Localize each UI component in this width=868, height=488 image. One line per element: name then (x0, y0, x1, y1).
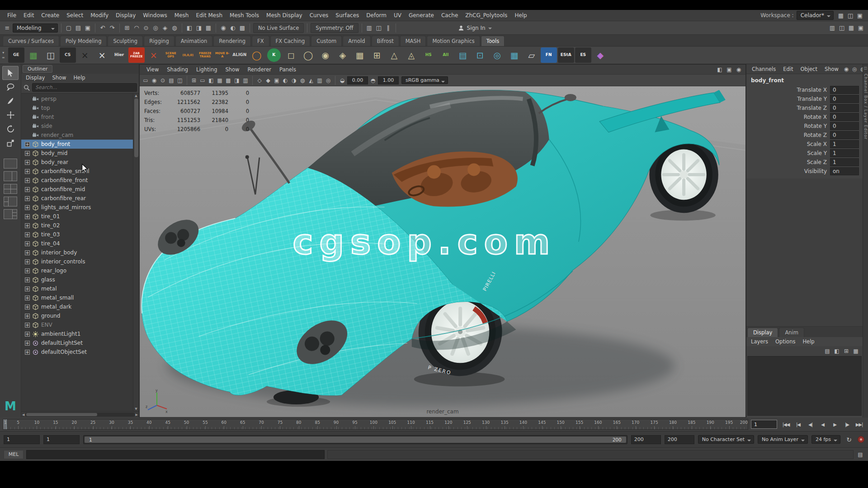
viewport-canvas[interactable]: Verts:608577113950Edges:1211562223820Fac… (140, 86, 745, 417)
expand-icon[interactable]: + (25, 232, 30, 237)
outliner-toggle-icon[interactable]: ◧ (716, 66, 724, 74)
expand-icon[interactable]: + (25, 341, 30, 346)
render-settings-icon[interactable]: ▩ (238, 23, 247, 33)
channel-value-rotate-x[interactable]: 0 (830, 113, 859, 121)
sidebar-tab-channel-box[interactable]: Channel Box / Layer Editor (863, 74, 868, 140)
mel-button[interactable]: MEL (4, 450, 24, 459)
layer-move-icon[interactable]: ▤ (823, 347, 831, 355)
multisample-icon[interactable]: ▥ (316, 76, 324, 84)
menu-windows[interactable]: Windows (139, 10, 171, 20)
single-pane-toggle-icon[interactable]: ◉ (735, 66, 743, 74)
camera-attributes-icon[interactable]: ⊙ (159, 76, 167, 84)
shelf-planes[interactable]: ◫ (42, 47, 59, 63)
outliner-item-glass[interactable]: +glass (21, 275, 133, 284)
outliner-item-carbonfibre-rear[interactable]: +carbonfibre_rear (21, 194, 133, 203)
scroll-right-icon[interactable]: ▶ (136, 413, 138, 417)
output-connections-icon[interactable]: ◨ (194, 23, 203, 33)
hscroll-track[interactable] (25, 413, 134, 417)
layer-empty-icon[interactable]: ◧ (833, 347, 841, 355)
shelf-tab-curves-surfaces[interactable]: Curves / Surfaces (3, 36, 59, 46)
menu-curves[interactable]: Curves (306, 10, 332, 20)
shelf-tab-poly-modeling[interactable]: Poly Modeling (60, 36, 107, 46)
menu-zhcg-polytools[interactable]: ZhCG_Polytools (462, 10, 511, 20)
channelbox-menu-edit[interactable]: Edit (779, 65, 797, 73)
shelf-scene-ops[interactable]: SCENE OPS (163, 47, 179, 63)
expand-icon[interactable]: + (25, 142, 30, 147)
menu-create[interactable]: Create (38, 10, 63, 20)
shelf-pencil[interactable]: ▱ (524, 47, 540, 63)
menu-display[interactable]: Display (112, 10, 139, 20)
hscroll-thumb[interactable] (26, 413, 97, 416)
shelf-last[interactable]: ◆ (592, 47, 609, 63)
speed-icon[interactable]: ◎ (850, 65, 859, 73)
exposure-field[interactable] (347, 76, 368, 84)
shelf-k[interactable]: K (267, 48, 281, 62)
outliner-item-rear-logo[interactable]: +rear_logo (21, 266, 133, 275)
workspace-select[interactable]: Celador* (797, 11, 834, 20)
layout-custom-button[interactable] (4, 209, 17, 219)
expand-icon[interactable]: + (25, 205, 30, 210)
layout-two-pane-button[interactable] (4, 171, 17, 181)
layer-new-icon[interactable]: ⊞ (842, 347, 850, 355)
range-slider[interactable]: 1 200 (83, 435, 627, 444)
render-icon[interactable]: ◉ (219, 23, 228, 33)
ipr-render-icon[interactable]: ◐ (228, 23, 237, 33)
layout-four-pane-button[interactable] (4, 184, 17, 194)
make-live-icon[interactable]: ◍ (170, 23, 179, 33)
shelf-hs[interactable]: HS (420, 47, 437, 63)
construction-history-icon[interactable]: ▦ (204, 23, 213, 33)
go-to-start-button[interactable]: |◀◀ (780, 419, 792, 429)
layer-menu-layers[interactable]: Layers (747, 338, 772, 346)
workspace-layout-icon[interactable]: ◫ (846, 11, 855, 20)
auto-key-icon[interactable] (858, 436, 864, 443)
safe-action-icon[interactable]: ◨ (233, 76, 241, 84)
motion-blur-icon[interactable]: ◭ (307, 76, 315, 84)
shelf-fn[interactable]: FN (541, 47, 557, 63)
shaded-icon[interactable]: ◆ (264, 76, 272, 84)
outliner-item-side[interactable]: side (21, 122, 133, 131)
expand-icon[interactable]: + (25, 314, 30, 319)
shelf-es[interactable]: ES (575, 47, 591, 63)
expand-icon[interactable]: + (25, 286, 30, 291)
move-tool-button[interactable] (2, 108, 19, 122)
layout-single-button[interactable] (4, 159, 17, 169)
wireframe-icon[interactable]: ◇ (255, 76, 264, 84)
outliner-item-tire-03[interactable]: +tire_03 (21, 230, 133, 239)
ambient-occlusion-icon[interactable]: ◍ (298, 76, 307, 84)
textured-icon[interactable]: ▣ (273, 76, 281, 84)
current-frame-field[interactable] (751, 420, 777, 429)
outliner-item-body-front[interactable]: +body_front (21, 140, 133, 149)
channelbox-menu-show[interactable]: Show (821, 65, 842, 73)
shelf-blue-array[interactable]: ▤ (455, 47, 471, 63)
expand-icon[interactable]: + (25, 350, 30, 355)
shelf-tab-fx-caching[interactable]: FX Caching (270, 36, 311, 46)
redo-icon[interactable]: ↷ (108, 23, 117, 33)
outliner-menu-help[interactable]: Help (70, 74, 89, 82)
menu-cache[interactable]: Cache (438, 10, 462, 20)
rotate-tool-button[interactable] (2, 122, 19, 136)
shelf-all[interactable]: All (438, 47, 454, 63)
viewport-menu-show[interactable]: Show (222, 66, 244, 74)
channel-value-translate-y[interactable]: 0 (830, 95, 859, 103)
lock-camera-icon[interactable]: ◉ (150, 76, 158, 84)
gamma-icon[interactable]: ◓ (369, 76, 377, 84)
outliner-item-carbonfibre-mid[interactable]: +carbonfibre_mid (21, 185, 133, 194)
shelf-poly-cone[interactable]: △ (386, 47, 402, 63)
hamburger-icon[interactable]: ≡ (3, 23, 12, 33)
expand-icon[interactable]: + (25, 268, 30, 273)
go-to-end-button[interactable]: ▶▶| (853, 419, 865, 429)
search-icon[interactable] (23, 84, 30, 91)
snap-projected-center-icon[interactable]: ◎ (151, 23, 160, 33)
view-transform-select[interactable]: sRGB gamma (401, 76, 448, 84)
step-forward-frame-button[interactable]: |▶ (841, 419, 853, 429)
outliner-item-interior-body[interactable]: +interior_body (21, 248, 133, 257)
layer-new-selected-icon[interactable]: ▦ (852, 347, 860, 355)
shelf-poly-pyramid[interactable]: ◬ (403, 47, 420, 63)
lights-icon[interactable]: ◐ (281, 76, 289, 84)
persp-outliner-toggle-icon[interactable]: ▣ (725, 66, 733, 74)
shelf-ge[interactable]: GE (8, 47, 24, 63)
expand-icon[interactable]: + (25, 241, 30, 246)
outliner-item-render-cam[interactable]: render_cam (21, 131, 133, 140)
grid-icon[interactable]: ⊞ (190, 76, 198, 84)
channel-value-translate-z[interactable]: 0 (830, 104, 859, 112)
